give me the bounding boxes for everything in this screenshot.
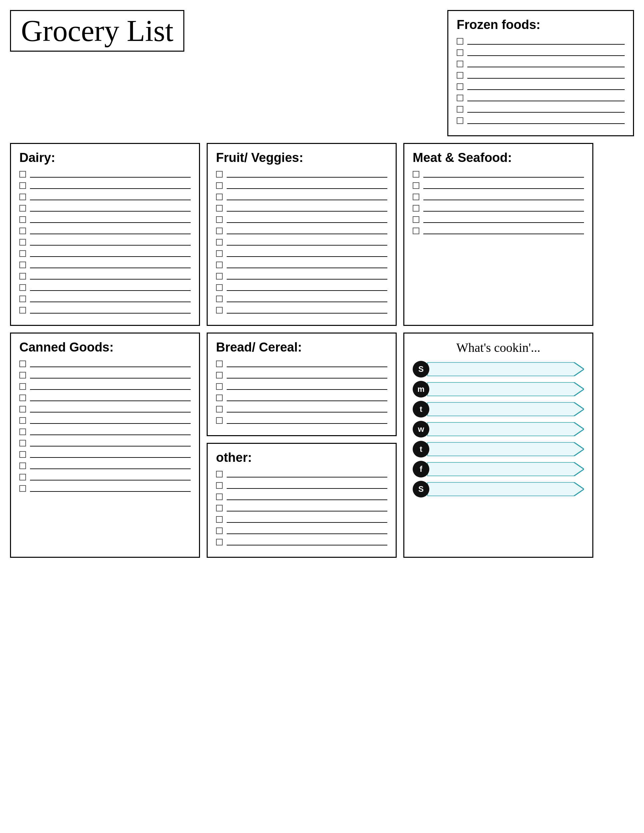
list-item <box>216 505 387 511</box>
list-item <box>19 474 191 481</box>
list-item <box>413 228 584 234</box>
list-item <box>216 516 387 523</box>
bread-cereal-title: Bread/ Cereal: <box>216 340 387 355</box>
list-item <box>216 273 387 280</box>
svg-marker-5 <box>427 462 584 476</box>
list-item <box>457 49 625 56</box>
svg-marker-6 <box>427 482 584 496</box>
list-item <box>216 228 387 234</box>
frozen-foods-list <box>457 38 625 124</box>
list-item <box>19 463 191 469</box>
checkbox[interactable] <box>457 106 463 113</box>
list-item <box>19 360 191 367</box>
list-item <box>19 383 191 390</box>
day-banner-t2 <box>427 442 584 456</box>
other-section: other: <box>207 443 397 558</box>
list-item <box>457 61 625 67</box>
other-list <box>216 471 387 545</box>
list-item <box>216 239 387 246</box>
list-item <box>19 485 191 492</box>
day-circle-t2: t <box>413 441 429 457</box>
day-banner-m <box>427 382 584 396</box>
day-entry-fri: f <box>413 461 584 478</box>
list-item <box>457 117 625 124</box>
line <box>467 83 625 90</box>
meat-seafood-list <box>413 171 584 234</box>
list-item <box>19 307 191 314</box>
checkbox[interactable] <box>457 38 463 45</box>
checkbox[interactable] <box>457 49 463 56</box>
line <box>467 49 625 56</box>
list-item <box>19 216 191 223</box>
day-circle-s1: S <box>413 361 429 378</box>
day-banner-s2 <box>427 482 584 496</box>
list-item <box>216 194 387 200</box>
list-item <box>19 394 191 401</box>
svg-marker-3 <box>427 422 584 436</box>
list-item <box>216 360 387 367</box>
frozen-foods-section: Frozen foods: <box>448 10 634 136</box>
fruit-veggies-section: Fruit/ Veggies: <box>207 143 397 326</box>
checkbox[interactable] <box>457 117 463 124</box>
day-entry-wed: w <box>413 421 584 437</box>
line <box>467 95 625 101</box>
list-item <box>19 205 191 212</box>
list-item <box>216 417 387 424</box>
canned-goods-list <box>19 360 191 492</box>
checkbox[interactable] <box>457 72 463 79</box>
list-item <box>19 417 191 424</box>
day-circle-w: w <box>413 421 429 437</box>
checkbox[interactable] <box>457 61 463 67</box>
meat-seafood-section: Meat & Seafood: <box>403 143 593 326</box>
whats-cookin-section: What's cookin'... S m t <box>403 333 593 558</box>
list-item <box>216 262 387 268</box>
list-item <box>457 83 625 90</box>
fruit-veggies-list <box>216 171 387 314</box>
day-banner-t1 <box>427 402 584 416</box>
list-item <box>19 228 191 234</box>
line <box>467 106 625 113</box>
list-item <box>216 539 387 545</box>
day-banner-w <box>427 422 584 436</box>
day-circle-m: m <box>413 381 429 397</box>
list-item <box>216 383 387 390</box>
list-item <box>216 406 387 413</box>
whats-cookin-title: What's cookin'... <box>413 340 584 355</box>
list-item <box>19 182 191 189</box>
list-item <box>216 296 387 302</box>
list-item <box>457 38 625 45</box>
list-item <box>457 106 625 113</box>
bread-cereal-section: Bread/ Cereal: <box>207 333 397 436</box>
list-item <box>413 216 584 223</box>
day-entry-sat: S <box>413 481 584 497</box>
svg-marker-0 <box>427 362 584 376</box>
svg-marker-1 <box>427 382 584 396</box>
line <box>467 117 625 124</box>
list-item <box>216 527 387 534</box>
day-entry-sun: S <box>413 361 584 378</box>
list-item <box>19 428 191 435</box>
list-item <box>19 171 191 178</box>
bread-cereal-list <box>216 360 387 424</box>
list-item <box>413 205 584 212</box>
dairy-list <box>19 171 191 314</box>
list-item <box>216 171 387 178</box>
list-item <box>19 296 191 302</box>
day-entry-mon: m <box>413 381 584 397</box>
list-item <box>19 372 191 378</box>
list-item <box>19 440 191 447</box>
day-circle-f: f <box>413 461 429 478</box>
checkbox[interactable] <box>457 95 463 101</box>
list-item <box>216 284 387 291</box>
list-item <box>19 451 191 458</box>
list-item <box>19 284 191 291</box>
list-item <box>19 273 191 280</box>
line <box>467 72 625 79</box>
dairy-title: Dairy: <box>19 151 191 165</box>
day-entry-thu: t <box>413 441 584 457</box>
list-item <box>457 95 625 101</box>
list-item <box>216 307 387 314</box>
list-item <box>216 205 387 212</box>
checkbox[interactable] <box>457 83 463 90</box>
list-item <box>216 494 387 500</box>
